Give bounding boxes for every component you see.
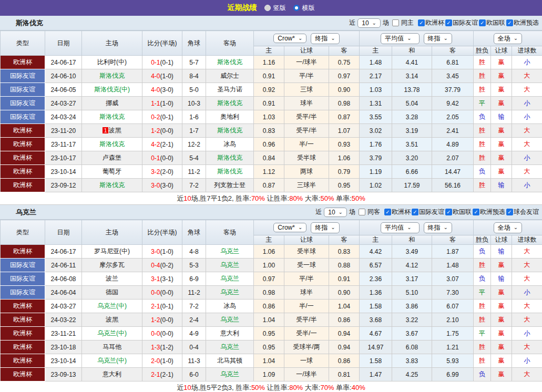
competition-checkbox[interactable]: ✓球会友谊: [506, 208, 539, 216]
average-final-select[interactable]: 终指⌄: [424, 33, 452, 44]
home-team[interactable]: 乌克兰(中): [82, 300, 142, 313]
home-team[interactable]: 比利时(中): [82, 56, 142, 69]
avg-home-odds: 3.02: [360, 124, 392, 138]
odds-final-select[interactable]: 终指⌄: [311, 33, 339, 44]
away-team[interactable]: 乌克兰: [206, 313, 254, 327]
away-team[interactable]: 乌克兰: [206, 272, 254, 286]
bookmaker-select[interactable]: Crow*⌄: [273, 223, 306, 232]
away-team[interactable]: 冰岛: [206, 138, 254, 151]
away-team[interactable]: 北马其顿: [206, 354, 254, 368]
crow-away-odds: 1.07: [329, 124, 360, 138]
competition-checkbox[interactable]: ✓欧国联: [479, 18, 505, 27]
competition-checkbox[interactable]: ✓欧洲杯: [418, 18, 444, 27]
crow-away-odds: 0.94: [329, 341, 360, 354]
result-outcome: 负: [474, 272, 491, 286]
handicap-line: 三球半: [284, 179, 329, 192]
match-date: 23-09-13: [45, 368, 82, 381]
match-count-select[interactable]: 10 ⌄: [357, 18, 381, 28]
checkbox-icon: ✓: [506, 209, 513, 215]
away-team[interactable]: 威尔士: [206, 69, 254, 83]
away-team[interactable]: 斯洛伐克: [206, 56, 254, 69]
match-row: 国际友谊24-06-10斯洛伐克4-0(1-0)8-4威尔士0.91平/半0.9…: [1, 69, 542, 83]
away-team[interactable]: 斯洛伐克: [206, 151, 254, 165]
avg-draw-odds: 3.19: [392, 124, 432, 138]
corner-count: 12-2: [182, 138, 206, 151]
avg-draw-odds: 5.04: [392, 97, 432, 110]
crow-home-odds: 1.03: [254, 110, 284, 124]
away-team[interactable]: 冰岛: [206, 300, 254, 313]
bookmaker-select[interactable]: Crow*⌄: [273, 34, 306, 43]
corner-count: 5-7: [182, 56, 206, 69]
competition-checkbox[interactable]: ✓欧洲预选: [473, 208, 505, 216]
avg-away-odds: 3.07: [432, 272, 474, 286]
layout-vertical-radio[interactable]: 竖版: [264, 4, 286, 13]
result-goals: 大: [512, 138, 542, 151]
match-score: 0-0(0-0): [142, 327, 182, 341]
result-handicap: 输: [491, 110, 512, 124]
home-team[interactable]: 罗马尼亚(中): [82, 245, 142, 259]
match-table-body: 欧洲杯24-06-17罗马尼亚(中)3-0(1-0)4-8乌克兰1.06受半球0…: [1, 245, 542, 381]
avg-away-odds: 7.30: [432, 286, 474, 300]
home-team[interactable]: 斯洛伐克: [82, 69, 142, 83]
chevron-down-icon: ⌄: [331, 36, 335, 41]
sub-header-home-odds: 主: [254, 235, 284, 245]
match-date: 23-11-17: [45, 138, 82, 151]
home-team[interactable]: 斯洛伐克: [82, 110, 142, 124]
away-team[interactable]: 斯洛伐克: [206, 124, 254, 138]
team-name: 斯洛伐克: [0, 18, 43, 28]
away-team[interactable]: 斯洛伐克: [206, 165, 254, 179]
avg-draw-odds: 4.41: [392, 56, 432, 69]
away-team[interactable]: 斯洛伐克: [206, 97, 254, 110]
competition-checkbox[interactable]: ✓国际友谊: [445, 18, 478, 27]
away-team[interactable]: 圣马力诺: [206, 83, 254, 97]
home-team[interactable]: 斯洛伐克(中): [82, 83, 142, 97]
away-team[interactable]: 乌克兰: [206, 341, 254, 354]
home-team[interactable]: 乌克兰(中): [82, 354, 142, 368]
period-select[interactable]: 全场⌄: [494, 222, 522, 233]
away-team[interactable]: 列支敦士登: [206, 179, 254, 192]
competition-checkbox[interactable]: ✓欧国联: [445, 208, 472, 216]
match-count-select[interactable]: 10 ⌄: [324, 208, 347, 217]
average-select[interactable]: 平均值⌄: [381, 33, 419, 44]
home-team[interactable]: 马耳他: [82, 341, 142, 354]
result-handicap: 赢: [491, 259, 512, 272]
home-team[interactable]: 意大利: [82, 368, 142, 381]
home-team[interactable]: 波兰: [82, 272, 142, 286]
home-team[interactable]: 波黑: [82, 313, 142, 327]
away-team[interactable]: 乌克兰: [206, 259, 254, 272]
corner-count: 0-4: [182, 341, 206, 354]
home-team[interactable]: 斯洛伐克: [82, 138, 142, 151]
away-team[interactable]: 乌克兰: [206, 245, 254, 259]
competition-checkbox[interactable]: ✓欧洲杯: [384, 208, 411, 216]
corner-count: 10-3: [182, 97, 206, 110]
crow-away-odds: 0.86: [329, 354, 360, 368]
result-handicap: 赢: [491, 138, 512, 151]
home-team[interactable]: 卢森堡: [82, 151, 142, 165]
home-team[interactable]: 挪威: [82, 97, 142, 110]
home-team[interactable]: 德国: [82, 286, 142, 300]
home-team[interactable]: 乌克兰(中): [82, 327, 142, 341]
home-team[interactable]: 斯洛伐克: [82, 179, 142, 192]
avg-away-odds: 1.87: [432, 245, 474, 259]
home-team[interactable]: 1波黑: [82, 124, 142, 138]
layout-horizontal-radio[interactable]: 横版: [293, 4, 315, 13]
away-team[interactable]: 乌克兰: [206, 286, 254, 300]
home-team[interactable]: 葡萄牙: [82, 165, 142, 179]
competition-label: 球会友谊: [514, 208, 539, 216]
competition-checkbox[interactable]: ✓欧洲预选: [506, 18, 539, 27]
same-home-checkbox[interactable]: 同主: [392, 18, 414, 27]
competition-checkbox[interactable]: ✓国际友谊: [412, 208, 444, 216]
average-select[interactable]: 平均值⌄: [381, 222, 419, 233]
away-team[interactable]: 乌克兰: [206, 368, 254, 381]
same-away-checkbox[interactable]: 同客: [359, 208, 380, 216]
period-select[interactable]: 全场⌄: [494, 33, 522, 44]
average-final-select[interactable]: 终指⌄: [424, 222, 452, 233]
chevron-down-icon: ⌄: [514, 36, 518, 41]
away-team[interactable]: 奥地利: [206, 110, 254, 124]
avg-home-odds: 1.31: [360, 97, 392, 110]
home-team[interactable]: 摩尔多瓦: [82, 259, 142, 272]
away-team[interactable]: 意大利: [206, 327, 254, 341]
avg-away-odds: 56.16: [432, 179, 474, 192]
odds-final-select[interactable]: 终指⌄: [311, 222, 339, 233]
match-date: 23-10-17: [45, 151, 82, 165]
